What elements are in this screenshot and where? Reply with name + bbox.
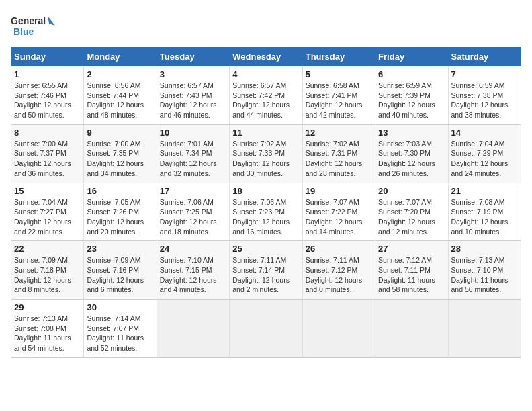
- day-number: 11: [232, 128, 299, 138]
- day-number: 14: [451, 128, 518, 138]
- page-header: General Blue: [11, 11, 521, 40]
- day-number: 15: [14, 186, 81, 196]
- day-cell: 13Sunrise: 7:03 AMSunset: 7:30 PMDayligh…: [375, 124, 448, 183]
- week-row: 8Sunrise: 7:00 AMSunset: 7:37 PMDaylight…: [11, 124, 521, 183]
- day-info: Sunrise: 7:11 AMSunset: 7:14 PMDaylight:…: [232, 255, 299, 295]
- day-info: Sunrise: 7:01 AMSunset: 7:34 PMDaylight:…: [160, 139, 226, 179]
- day-cell: 27Sunrise: 7:12 AMSunset: 7:11 PMDayligh…: [375, 241, 448, 300]
- day-number: 18: [232, 186, 299, 196]
- day-info: Sunrise: 6:58 AMSunset: 7:41 PMDaylight:…: [306, 81, 372, 120]
- logo: General Blue: [11, 13, 58, 40]
- day-number: 10: [160, 128, 226, 138]
- day-number: 25: [232, 244, 299, 254]
- day-cell: 3Sunrise: 6:57 AMSunset: 7:43 PMDaylight…: [157, 66, 229, 125]
- day-info: Sunrise: 7:06 AMSunset: 7:23 PMDaylight:…: [232, 197, 299, 237]
- week-row: 15Sunrise: 7:04 AMSunset: 7:27 PMDayligh…: [11, 183, 521, 241]
- day-info: Sunrise: 7:07 AMSunset: 7:22 PMDaylight:…: [306, 197, 372, 237]
- day-cell: [448, 300, 521, 358]
- day-cell: [157, 300, 229, 358]
- day-cell: 4Sunrise: 6:57 AMSunset: 7:42 PMDaylight…: [230, 66, 302, 125]
- col-header-saturday: Saturday: [448, 48, 521, 66]
- day-cell: 25Sunrise: 7:11 AMSunset: 7:14 PMDayligh…: [230, 241, 302, 300]
- day-cell: 14Sunrise: 7:04 AMSunset: 7:29 PMDayligh…: [448, 124, 521, 183]
- day-number: 4: [232, 69, 299, 79]
- day-cell: 21Sunrise: 7:08 AMSunset: 7:19 PMDayligh…: [448, 183, 521, 241]
- day-info: Sunrise: 7:11 AMSunset: 7:12 PMDaylight:…: [306, 255, 372, 295]
- day-cell: 2Sunrise: 6:56 AMSunset: 7:44 PMDaylight…: [84, 66, 157, 125]
- day-info: Sunrise: 7:09 AMSunset: 7:16 PMDaylight:…: [87, 255, 153, 295]
- day-cell: 26Sunrise: 7:11 AMSunset: 7:12 PMDayligh…: [302, 241, 375, 300]
- day-cell: 29Sunrise: 7:13 AMSunset: 7:08 PMDayligh…: [11, 300, 84, 358]
- day-number: 20: [378, 186, 445, 196]
- day-cell: 15Sunrise: 7:04 AMSunset: 7:27 PMDayligh…: [11, 183, 84, 241]
- day-cell: 28Sunrise: 7:13 AMSunset: 7:10 PMDayligh…: [448, 241, 521, 300]
- day-info: Sunrise: 6:55 AMSunset: 7:46 PMDaylight:…: [14, 81, 81, 120]
- logo-svg: General Blue: [11, 13, 58, 40]
- day-cell: 1Sunrise: 6:55 AMSunset: 7:46 PMDaylight…: [11, 66, 84, 125]
- day-info: Sunrise: 7:13 AMSunset: 7:08 PMDaylight:…: [14, 314, 81, 353]
- day-number: 2: [87, 69, 153, 79]
- day-cell: 7Sunrise: 6:59 AMSunset: 7:38 PMDaylight…: [448, 66, 521, 125]
- day-number: 21: [451, 186, 518, 196]
- day-cell: [375, 300, 448, 358]
- col-header-friday: Friday: [375, 48, 448, 66]
- day-cell: 17Sunrise: 7:06 AMSunset: 7:25 PMDayligh…: [157, 183, 229, 241]
- col-header-thursday: Thursday: [302, 48, 375, 66]
- day-info: Sunrise: 7:09 AMSunset: 7:18 PMDaylight:…: [14, 255, 81, 295]
- day-info: Sunrise: 7:14 AMSunset: 7:07 PMDaylight:…: [87, 314, 153, 353]
- day-number: 8: [14, 128, 81, 138]
- day-number: 24: [160, 244, 226, 254]
- day-info: Sunrise: 7:00 AMSunset: 7:35 PMDaylight:…: [87, 139, 153, 179]
- day-cell: 8Sunrise: 7:00 AMSunset: 7:37 PMDaylight…: [11, 124, 84, 183]
- day-number: 23: [87, 244, 153, 254]
- day-cell: 18Sunrise: 7:06 AMSunset: 7:23 PMDayligh…: [230, 183, 302, 241]
- day-info: Sunrise: 7:04 AMSunset: 7:29 PMDaylight:…: [451, 139, 518, 179]
- day-number: 6: [378, 69, 445, 79]
- svg-text:Blue: Blue: [13, 26, 34, 37]
- day-cell: [230, 300, 302, 358]
- day-info: Sunrise: 6:56 AMSunset: 7:44 PMDaylight:…: [87, 81, 153, 120]
- day-number: 12: [306, 128, 372, 138]
- day-info: Sunrise: 6:57 AMSunset: 7:42 PMDaylight:…: [232, 81, 299, 120]
- day-cell: [302, 300, 375, 358]
- col-header-tuesday: Tuesday: [157, 48, 229, 66]
- day-number: 22: [14, 244, 81, 254]
- day-info: Sunrise: 6:57 AMSunset: 7:43 PMDaylight:…: [160, 81, 226, 120]
- day-number: 30: [87, 302, 153, 312]
- day-info: Sunrise: 7:08 AMSunset: 7:19 PMDaylight:…: [451, 197, 518, 237]
- day-info: Sunrise: 7:06 AMSunset: 7:25 PMDaylight:…: [160, 197, 226, 237]
- day-info: Sunrise: 6:59 AMSunset: 7:38 PMDaylight:…: [451, 81, 518, 120]
- day-number: 13: [378, 128, 445, 138]
- day-number: 17: [160, 186, 226, 196]
- day-number: 19: [306, 186, 372, 196]
- svg-marker-2: [48, 16, 55, 26]
- day-number: 27: [378, 244, 445, 254]
- day-number: 29: [14, 302, 81, 312]
- day-cell: 5Sunrise: 6:58 AMSunset: 7:41 PMDaylight…: [302, 66, 375, 125]
- day-cell: 10Sunrise: 7:01 AMSunset: 7:34 PMDayligh…: [157, 124, 229, 183]
- day-number: 16: [87, 186, 153, 196]
- day-number: 26: [306, 244, 372, 254]
- svg-text:General: General: [11, 15, 46, 26]
- week-row: 22Sunrise: 7:09 AMSunset: 7:18 PMDayligh…: [11, 241, 521, 300]
- day-number: 7: [451, 69, 518, 79]
- day-info: Sunrise: 7:02 AMSunset: 7:33 PMDaylight:…: [232, 139, 299, 179]
- day-info: Sunrise: 7:03 AMSunset: 7:30 PMDaylight:…: [378, 139, 445, 179]
- day-number: 3: [160, 69, 226, 79]
- day-info: Sunrise: 7:02 AMSunset: 7:31 PMDaylight:…: [306, 139, 372, 179]
- col-header-sunday: Sunday: [11, 48, 84, 66]
- day-cell: 19Sunrise: 7:07 AMSunset: 7:22 PMDayligh…: [302, 183, 375, 241]
- day-cell: 24Sunrise: 7:10 AMSunset: 7:15 PMDayligh…: [157, 241, 229, 300]
- day-info: Sunrise: 7:10 AMSunset: 7:15 PMDaylight:…: [160, 255, 226, 295]
- week-row: 29Sunrise: 7:13 AMSunset: 7:08 PMDayligh…: [11, 300, 521, 358]
- day-info: Sunrise: 6:59 AMSunset: 7:39 PMDaylight:…: [378, 81, 445, 120]
- col-header-monday: Monday: [84, 48, 157, 66]
- day-cell: 12Sunrise: 7:02 AMSunset: 7:31 PMDayligh…: [302, 124, 375, 183]
- day-cell: 16Sunrise: 7:05 AMSunset: 7:26 PMDayligh…: [84, 183, 157, 241]
- week-row: 1Sunrise: 6:55 AMSunset: 7:46 PMDaylight…: [11, 66, 521, 125]
- day-cell: 30Sunrise: 7:14 AMSunset: 7:07 PMDayligh…: [84, 300, 157, 358]
- day-info: Sunrise: 7:00 AMSunset: 7:37 PMDaylight:…: [14, 139, 81, 179]
- day-info: Sunrise: 7:05 AMSunset: 7:26 PMDaylight:…: [87, 197, 153, 237]
- day-number: 28: [451, 244, 518, 254]
- day-cell: 9Sunrise: 7:00 AMSunset: 7:35 PMDaylight…: [84, 124, 157, 183]
